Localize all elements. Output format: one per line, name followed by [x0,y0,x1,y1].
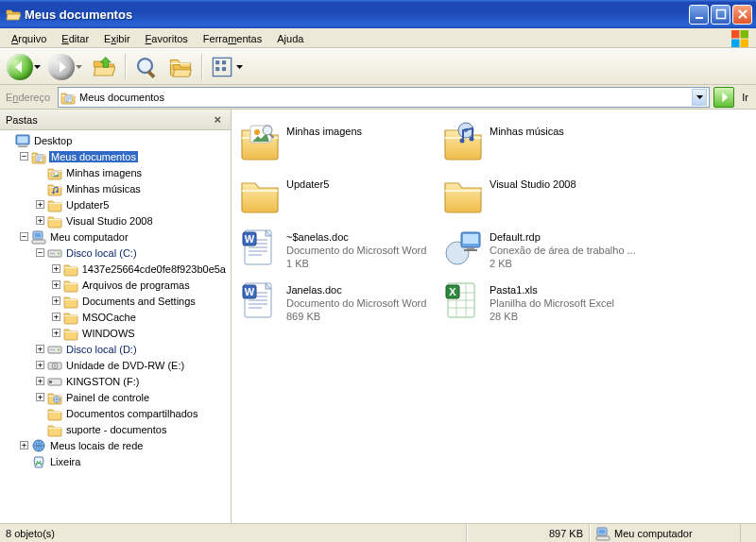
search-button[interactable] [131,52,162,82]
tree-item[interactable]: Documentos compartilhados [0,405,231,421]
file-item[interactable]: Minhas imagens [235,117,438,170]
folders-pane: Pastas × Desktop−Meus documentosMinhas i… [0,110,232,523]
tree-item[interactable]: −Disco local (C:) [0,245,231,261]
tree-item[interactable]: suporte - documentos [0,421,231,437]
tree-expander[interactable]: + [36,200,44,209]
tree-item[interactable]: Desktop [0,132,231,148]
folder-big-icon [442,174,484,215]
tree-item[interactable]: +Unidade de DVD-RW (E:) [0,357,231,373]
menu-bar: ArquivoEditarExibirFavoritosFerramentasA… [0,28,756,49]
folder-icon [47,213,62,229]
tree-expander[interactable]: + [36,377,44,385]
go-button[interactable] [713,87,734,108]
tree-expander[interactable]: − [20,152,28,161]
file-item[interactable]: Updater5 [235,170,438,223]
file-list[interactable]: Minhas imagensMinhas músicasUpdater5Visu… [232,110,756,523]
tree-item[interactable]: +Visual Studio 2008 [0,212,231,229]
recycle-icon [31,454,46,469]
file-item[interactable]: Visual Studio 2008 [438,170,642,223]
tree-item[interactable]: +Disco local (D:) [0,341,231,357]
toolbar-separator [201,54,202,80]
tree-expander[interactable]: − [20,232,28,241]
menu-exibir[interactable]: Exibir [96,31,138,46]
folders-button[interactable] [165,52,196,82]
views-button[interactable] [208,52,246,82]
file-item[interactable]: Pasta1.xlsPlanilha do Microsoft Excel28 … [438,276,642,329]
tree-item[interactable]: +Updater5 [0,196,231,212]
address-dropdown-button[interactable] [692,89,707,106]
close-button[interactable] [732,5,752,25]
file-item-info: Updater5 [286,174,329,191]
tree-item-label: Meus locais de rede [49,440,144,451]
tree-item-label: Arquivos de programas [81,279,191,291]
file-item-type: Planilha do Microsoft Excel [490,296,614,310]
drive-icon [47,246,62,261]
tree-item[interactable]: +KINGSTON (F:) [0,373,231,389]
tree-expander[interactable]: + [36,216,44,225]
tree-expander[interactable]: + [52,280,60,289]
tree-item-label: Meu computador [49,231,129,243]
search-icon [135,56,158,78]
file-item[interactable]: Default.rdpConexão de área de trabalho .… [438,223,642,276]
tree-expander[interactable]: + [52,296,60,305]
file-item-info: Visual Studio 2008 [490,174,576,191]
folder-tree[interactable]: Desktop−Meus documentosMinhas imagensMin… [0,130,231,523]
views-icon [212,57,232,77]
tree-expander-blank [36,168,44,177]
tree-item[interactable]: +MSOCache [0,309,231,325]
folders-pane-close-button[interactable]: × [210,112,225,127]
file-item[interactable]: ~$anelas.docDocumento do Microsoft Word1… [235,223,438,276]
musicfolder-icon [47,181,62,196]
file-item-size: 2 KB [490,257,636,270]
tree-expander[interactable]: + [20,441,28,449]
file-item-info: Default.rdpConexão de área de trabalho .… [490,227,636,270]
address-label: Endereço [4,92,54,103]
menu-ferramentas[interactable]: Ferramentas [196,31,269,46]
up-button[interactable] [89,52,119,82]
menu-arquivo[interactable]: Arquivo [4,31,54,46]
tree-item[interactable]: Minhas músicas [0,180,231,196]
status-size: 897 KB [467,524,590,542]
tree-expander[interactable]: − [36,248,44,257]
tree-expander[interactable]: + [52,264,60,273]
tree-expander[interactable]: + [36,361,44,369]
tree-expander[interactable]: + [36,393,44,401]
tree-expander[interactable]: + [52,329,60,337]
tree-item-label: Updater5 [65,199,110,211]
tree-expander-blank [4,136,12,144]
tree-item[interactable]: −Meus documentos [0,148,231,164]
tree-expander[interactable]: + [36,345,44,353]
folder-icon [63,326,78,341]
tree-expander[interactable]: + [52,313,60,321]
minimize-button[interactable] [689,5,709,25]
forward-button[interactable] [47,52,85,82]
title-folder-icon [6,7,21,22]
file-item-name: Updater5 [286,178,329,191]
address-value: Meus documentos [79,92,688,103]
tree-item[interactable]: +Meus locais de rede [0,437,231,453]
file-item-size: 28 KB [490,310,614,323]
file-item-info: Pasta1.xlsPlanilha do Microsoft Excel28 … [490,279,614,323]
file-item-info: ~$anelas.docDocumento do Microsoft Word1… [286,227,426,270]
menu-ajuda[interactable]: Ajuda [269,31,311,46]
tree-item-label: Disco local (C:) [65,247,138,259]
tree-item[interactable]: +1437e25664cde0fe8f923b0e5a [0,261,231,277]
chevron-down-icon [236,65,243,69]
menu-favoritos[interactable]: Favoritos [138,31,196,46]
tree-item[interactable]: +Painel de controle [0,389,231,405]
tree-item-label: Disco local (D:) [65,344,138,355]
tree-item[interactable]: +WINDOWS [0,325,231,341]
folder-icon [47,197,62,212]
chevron-down-icon [34,65,41,69]
file-item[interactable]: Janelas.docDocumento do Microsoft Word86… [235,276,438,329]
tree-item[interactable]: −Meu computador [0,229,231,245]
tree-item[interactable]: +Documents and Settings [0,293,231,309]
tree-item[interactable]: Lixeira [0,453,231,469]
menu-editar[interactable]: Editar [54,31,96,46]
back-button[interactable] [6,52,43,82]
address-field[interactable]: Meus documentos [58,87,710,108]
file-item[interactable]: Minhas músicas [438,117,642,170]
tree-item[interactable]: Minhas imagens [0,164,231,180]
tree-item[interactable]: +Arquivos de programas [0,277,231,293]
maximize-button[interactable] [711,5,730,25]
